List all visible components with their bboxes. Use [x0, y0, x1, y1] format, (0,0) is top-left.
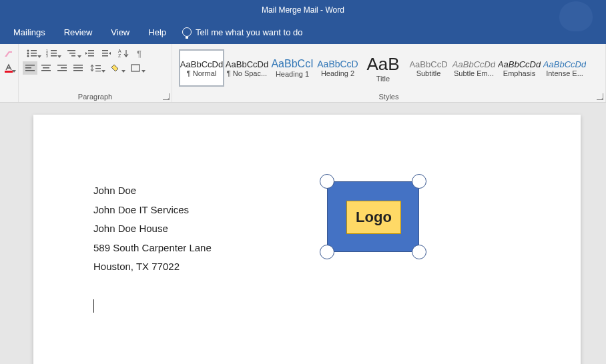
tab-help[interactable]: Help	[139, 22, 176, 43]
svg-rect-15	[71, 55, 75, 57]
address-line[interactable]: John Doe House	[93, 219, 521, 239]
svg-text:¶: ¶	[137, 49, 141, 58]
tab-mailings[interactable]: Mailings	[4, 22, 55, 43]
numbering-icon[interactable]: 123	[43, 47, 61, 60]
address-line[interactable]: Houston, TX 77022	[93, 257, 521, 277]
address-line[interactable]: John Doe IT Services	[93, 201, 521, 220]
style-sample: AaBbCcD	[317, 59, 358, 69]
shading-icon[interactable]	[107, 61, 125, 75]
borders-icon[interactable]	[127, 61, 145, 75]
style-item-heading-1[interactable]: AaBbCcIHeading 1	[270, 49, 315, 87]
style-item-subtitle[interactable]: AaBbCcDSubtitle	[406, 49, 451, 87]
svg-text:Z: Z	[118, 53, 121, 58]
show-paragraph-marks-icon[interactable]: ¶	[133, 47, 148, 60]
address-line[interactable]: John Doe	[93, 181, 521, 201]
style-sample: AaBbCcDd	[226, 59, 268, 69]
paragraph-dialog-launcher[interactable]	[163, 93, 170, 100]
tell-me-label: Tell me what you want to do	[196, 27, 302, 37]
tab-view[interactable]: View	[101, 22, 139, 43]
styles-group-label: Styles	[174, 91, 604, 101]
svg-rect-32	[61, 67, 67, 69]
menu-bar: Mailings Review View Help Tell me what y…	[0, 20, 606, 44]
tab-review[interactable]: Review	[55, 22, 102, 43]
style-item-title[interactable]: AaBTitle	[360, 49, 406, 87]
font-group-partial	[0, 44, 19, 102]
svg-rect-34	[73, 65, 83, 66]
svg-text:1: 1	[46, 49, 48, 53]
svg-point-1	[27, 50, 29, 52]
address-block[interactable]: John DoeJohn Doe IT ServicesJohn Doe Hou…	[93, 181, 521, 277]
svg-rect-31	[57, 65, 67, 66]
svg-rect-39	[95, 71, 101, 71]
align-right-icon[interactable]	[55, 61, 69, 75]
tell-me-search[interactable]: Tell me what you want to do	[176, 22, 309, 43]
style-caption: Subtitle	[416, 69, 441, 77]
multilevel-list-icon[interactable]	[63, 47, 81, 60]
style-sample: AaBbCcDd	[452, 59, 495, 69]
line-spacing-icon[interactable]	[87, 61, 105, 75]
clear-formatting-icon[interactable]	[1, 47, 16, 60]
style-sample: AaBbCcDd	[498, 59, 541, 69]
logo-shape[interactable]: Logo	[327, 181, 419, 252]
svg-rect-17	[88, 53, 94, 54]
style-item-heading-2[interactable]: AaBbCcDHeading 2	[315, 49, 360, 87]
svg-rect-25	[25, 65, 35, 66]
style-sample: AaBbCcDd	[543, 59, 586, 69]
style-item-subtle-em-[interactable]: AaBbCcDdSubtle Em...	[451, 49, 497, 87]
title-bar: Mail Merge Mail - Word	[0, 0, 606, 20]
svg-rect-8	[51, 50, 57, 51]
style-item--normal[interactable]: AaBbCcDd¶ Normal	[179, 49, 224, 87]
style-sample: AaBbCcDd	[180, 59, 223, 69]
account-avatar[interactable]	[559, 1, 593, 31]
style-item-intense-e-[interactable]: AaBbCcDdIntense E...	[542, 49, 587, 87]
logo-text-box[interactable]: Logo	[346, 201, 401, 234]
style-sample: AaB	[366, 54, 399, 75]
svg-rect-16	[88, 50, 94, 51]
sort-icon[interactable]: AZ	[115, 47, 132, 60]
svg-rect-37	[95, 65, 101, 66]
font-color-icon[interactable]	[1, 61, 16, 75]
svg-rect-21	[102, 55, 108, 57]
svg-rect-20	[102, 53, 108, 54]
style-sample: AaBbCcD	[409, 59, 447, 69]
styles-gallery[interactable]: AaBbCcDd¶ NormalAaBbCcDd¶ No Spac...AaBb…	[174, 47, 604, 91]
svg-rect-6	[31, 55, 37, 57]
style-caption: ¶ No Spac...	[227, 69, 267, 77]
align-center-icon[interactable]	[39, 61, 53, 75]
document-page[interactable]: John DoeJohn Doe IT ServicesJohn Doe Hou…	[33, 115, 581, 364]
style-item--no-spac-[interactable]: AaBbCcDd¶ No Spac...	[224, 49, 270, 87]
plaque-shape: Logo	[327, 181, 419, 252]
logo-text: Logo	[356, 209, 392, 226]
paragraph-group-label: Paragraph	[20, 91, 170, 101]
svg-point-5	[27, 55, 29, 57]
increase-indent-icon[interactable]	[99, 47, 113, 60]
svg-rect-35	[73, 67, 83, 69]
svg-rect-13	[67, 50, 75, 51]
svg-text:3: 3	[46, 54, 48, 58]
style-item-emphasis[interactable]: AaBbCcDdEmphasis	[497, 49, 542, 87]
style-caption: Emphasis	[503, 69, 535, 77]
svg-text:A: A	[118, 49, 121, 53]
bullets-icon[interactable]	[23, 47, 41, 60]
paragraph-group: 123 AZ ¶	[19, 44, 172, 102]
svg-rect-18	[88, 55, 94, 57]
svg-rect-38	[95, 68, 101, 69]
justify-icon[interactable]	[71, 61, 85, 75]
svg-rect-12	[51, 55, 57, 57]
text-cursor	[93, 299, 94, 313]
svg-rect-40	[131, 65, 139, 71]
decrease-indent-icon[interactable]	[83, 47, 97, 60]
document-workspace: John DoeJohn Doe IT ServicesJohn Doe Hou…	[0, 103, 606, 364]
svg-rect-14	[69, 53, 75, 54]
styles-dialog-launcher[interactable]	[597, 93, 603, 100]
align-left-icon[interactable]	[23, 61, 37, 75]
svg-rect-27	[25, 70, 35, 71]
svg-rect-30	[41, 70, 51, 71]
svg-rect-28	[41, 65, 51, 66]
svg-rect-36	[73, 70, 83, 71]
svg-rect-19	[102, 50, 108, 51]
styles-group: AaBbCcDd¶ NormalAaBbCcDd¶ No Spac...AaBb…	[172, 44, 606, 102]
style-caption: Subtle Em...	[454, 69, 494, 77]
address-line[interactable]: 589 South Carpenter Lane	[93, 239, 521, 258]
style-caption: ¶ Normal	[187, 69, 216, 77]
